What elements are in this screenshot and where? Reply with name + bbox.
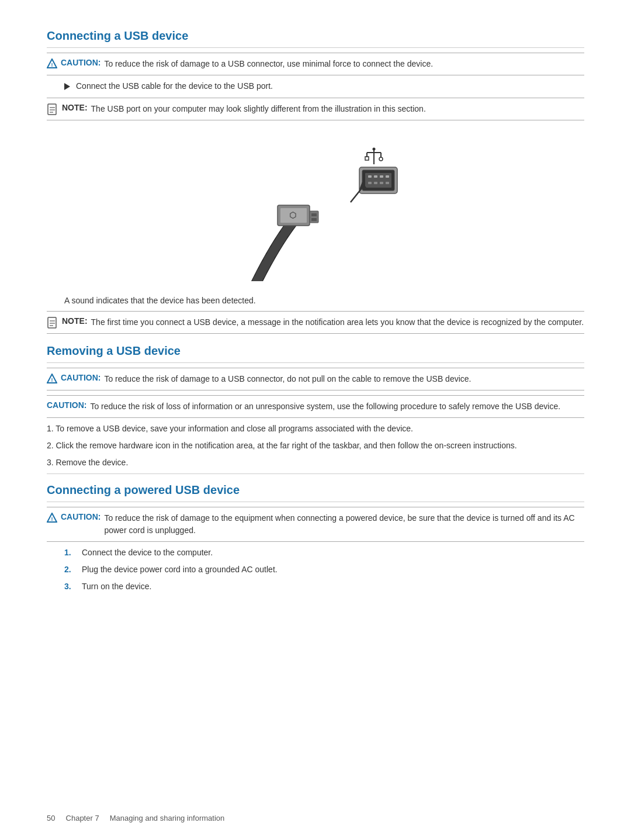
- caution-label-removing-2: CAUTION:: [47, 400, 86, 410]
- svg-point-12: [379, 157, 383, 161]
- bullet-icon: [64, 82, 70, 92]
- step-number-1: 1.: [64, 547, 76, 559]
- svg-point-13: [373, 148, 376, 151]
- usb-diagram-svg: ⬡: [193, 135, 438, 281]
- powered-step-1: 1. Connect the device to the computer.: [64, 547, 584, 559]
- triangle-bullet-icon: [64, 83, 70, 90]
- caution-text-1: To reduce the risk of damage to a USB co…: [104, 58, 433, 70]
- note-page-icon: [47, 103, 58, 115]
- usb-port-group: [359, 167, 397, 193]
- detection-text: A sound indicates that the device has be…: [64, 296, 584, 305]
- section-divider-powered: [47, 502, 584, 502]
- svg-rect-24: [386, 182, 389, 184]
- caution-label-powered: CAUTION:: [61, 512, 100, 521]
- svg-rect-17: [368, 175, 372, 178]
- note-label-2: NOTE:: [62, 316, 88, 326]
- footer-page-number: 50: [47, 814, 55, 822]
- step-number-2: 2.: [64, 564, 76, 576]
- connect-step: Connect the USB cable for the device to …: [64, 81, 584, 92]
- note-box-1: NOTE: The USB port on your computer may …: [47, 98, 584, 120]
- note-icon-1: [47, 103, 58, 115]
- svg-rect-16: [365, 173, 391, 188]
- section-title-removing: Removing a USB device: [47, 338, 584, 358]
- caution-label-removing-1: CAUTION:: [61, 373, 100, 382]
- footer-chapter: Chapter 7: [66, 814, 99, 822]
- caution-box-removing-1: ! CAUTION: To reduce the risk of damage …: [47, 368, 584, 390]
- removing-step-2: 2. Click the remove hardware icon in the…: [47, 440, 584, 452]
- removing-step-3: 3. Remove the device.: [47, 457, 584, 469]
- note-icon-2: [47, 317, 58, 329]
- note-label-1: NOTE:: [62, 103, 88, 112]
- caution-box-removing-2: CAUTION: To reduce the risk of loss of i…: [47, 395, 584, 418]
- powered-step-3-text: Turn on the device.: [82, 580, 151, 593]
- svg-rect-20: [386, 175, 389, 178]
- powered-step-3: 3. Turn on the device.: [64, 580, 584, 593]
- caution-triangle-icon-2: !: [47, 374, 57, 384]
- section-title-powered: Connecting a powered USB device: [47, 478, 584, 497]
- caution-text-removing-2: To reduce the risk of loss of informatio…: [90, 400, 560, 413]
- note-text-1: The USB port on your computer may look s…: [91, 103, 426, 115]
- usb-symbol-group: [365, 148, 383, 165]
- footer-chapter-title: Managing and sharing information: [110, 814, 225, 822]
- caution-triangle-icon: !: [47, 58, 57, 69]
- note-page-icon-2: [47, 317, 58, 329]
- svg-marker-2: [64, 83, 70, 90]
- svg-rect-18: [374, 175, 377, 178]
- page-footer: 50 Chapter 7 Managing and sharing inform…: [47, 814, 224, 822]
- svg-rect-22: [374, 182, 377, 184]
- caution-label-1: CAUTION:: [61, 58, 100, 67]
- svg-text:⬡: ⬡: [289, 210, 296, 220]
- svg-line-25: [351, 188, 362, 202]
- powered-step-1-text: Connect the device to the computer.: [82, 547, 213, 559]
- caution-box-1: ! CAUTION: To reduce the risk of damage …: [47, 53, 584, 75]
- connect-step-text: Connect the USB cable for the device to …: [76, 81, 273, 91]
- section-divider-removing-bottom: [47, 473, 584, 474]
- svg-text:!: !: [51, 62, 53, 68]
- svg-rect-33: [48, 317, 56, 328]
- caution-text-removing-1: To reduce the risk of damage to a USB co…: [104, 373, 471, 385]
- caution-icon-powered: !: [47, 513, 57, 523]
- usb-illustration: ⬡: [47, 132, 584, 284]
- caution-box-powered: ! CAUTION: To reduce the risk of damage …: [47, 507, 584, 542]
- caution-icon-1: !: [47, 58, 57, 69]
- step-number-3: 3.: [64, 580, 76, 593]
- svg-rect-21: [368, 182, 372, 184]
- caution-triangle-icon-3: !: [47, 513, 57, 523]
- svg-rect-3: [48, 104, 56, 115]
- caution-text-powered: To reduce the risk of damage to the equi…: [104, 512, 584, 537]
- powered-steps-container: 1. Connect the device to the computer. 2…: [64, 547, 584, 593]
- svg-text:!: !: [51, 516, 53, 522]
- usb-cable-group: ⬡: [245, 205, 318, 281]
- note-text-2: The first time you connect a USB device,…: [91, 316, 584, 329]
- powered-step-2: 2. Plug the device power cord into a gro…: [64, 564, 584, 576]
- svg-rect-23: [380, 182, 383, 184]
- section-title-connecting: Connecting a USB device: [47, 23, 584, 43]
- svg-rect-32: [311, 218, 317, 221]
- section-divider-removing: [47, 362, 584, 363]
- removing-step-1: 1. To remove a USB device, save your inf…: [47, 423, 584, 435]
- svg-rect-31: [311, 213, 317, 216]
- section-divider-top: [47, 47, 584, 48]
- svg-rect-19: [380, 175, 383, 178]
- svg-text:!: !: [51, 377, 53, 383]
- note-box-2: NOTE: The first time you connect a USB d…: [47, 311, 584, 334]
- caution-icon-removing-1: !: [47, 374, 57, 384]
- powered-step-2-text: Plug the device power cord into a ground…: [82, 564, 278, 576]
